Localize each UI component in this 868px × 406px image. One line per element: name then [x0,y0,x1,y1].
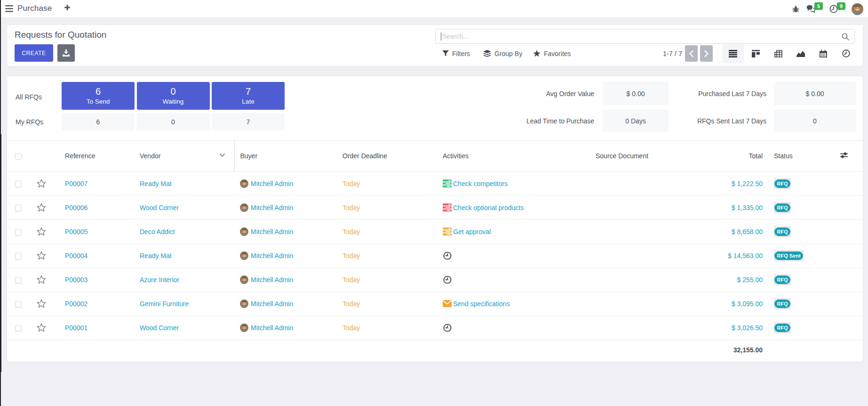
pager-previous-button[interactable] [685,45,698,62]
activity-tasks-icon[interactable] [443,227,452,236]
cell-vendor[interactable]: Ready Mat [134,171,234,195]
cell-status[interactable]: RFQ [768,292,835,316]
column-header-buyer[interactable]: Buyer [234,141,337,171]
cell-activities[interactable]: Send specifications [437,292,590,316]
cell-vendor[interactable]: Wood Corner [134,316,234,340]
cell-source-document[interactable] [590,171,706,195]
plus-icon[interactable] [64,4,71,11]
cell-source-document[interactable] [590,219,706,244]
app-name[interactable]: Purchase [17,4,52,13]
cell-buyer[interactable]: Mitchell Admin [234,268,337,292]
dash-my-count-late[interactable]: 7 [212,113,285,130]
cell-reference[interactable]: P00007 [59,171,134,195]
row-checkbox[interactable] [15,301,22,308]
table-row[interactable]: P00003 Azure Interior Mitchell Admin Tod… [7,268,863,292]
calendar-view-button[interactable] [812,44,834,63]
activity-tasks-icon[interactable] [443,203,452,212]
cell-order-deadline[interactable]: Today [337,244,437,268]
debug-bug-icon[interactable] [792,5,799,13]
cell-activities[interactable] [437,316,590,340]
dash-card-waiting[interactable]: 0 Waiting [137,82,210,110]
cell-vendor[interactable]: Deco Addict [134,219,234,244]
export-button[interactable] [57,44,75,62]
favorite-star-icon[interactable] [37,323,46,332]
dash-card-to-send[interactable]: 6 To Send [62,82,135,110]
column-header-source-document[interactable]: Source Document [590,141,706,171]
cell-source-document[interactable] [590,268,706,292]
cell-reference[interactable]: P00001 [59,316,134,340]
favorite-star-icon[interactable] [37,251,46,260]
cell-buyer[interactable]: Mitchell Admin [234,292,337,316]
dash-my-count-waiting[interactable]: 0 [137,113,210,130]
cell-status[interactable]: RFQ [768,316,835,340]
activity-clock-icon[interactable] [443,275,452,284]
row-checkbox[interactable] [15,205,22,211]
cell-activities[interactable] [437,244,590,268]
column-header-reference[interactable]: Reference [59,141,134,171]
cell-total[interactable]: $ 1,335.00 [706,195,768,219]
cell-buyer[interactable]: Mitchell Admin [234,195,337,219]
cell-reference[interactable]: P00006 [59,195,134,219]
column-header-activities[interactable]: Activities [437,141,590,171]
list-view-button[interactable] [722,44,744,63]
cell-buyer[interactable]: Mitchell Admin [234,316,337,340]
cell-order-deadline[interactable]: Today [337,171,437,195]
table-row[interactable]: P00001 Wood Corner Mitchell Admin Today … [7,316,863,340]
cell-total[interactable]: $ 3,026.50 [706,316,768,340]
cell-total[interactable]: $ 255.00 [706,268,768,292]
cell-activities[interactable]: Check optional products [437,195,590,219]
activity-summary[interactable]: Check competitors [453,180,508,187]
cell-source-document[interactable] [590,316,706,340]
search-input[interactable]: Search... [435,29,855,44]
activity-envelope-icon[interactable] [443,299,452,308]
cell-buyer[interactable]: Mitchell Admin [234,171,337,195]
cell-reference[interactable]: P00002 [59,292,134,316]
favorite-star-icon[interactable] [37,203,46,212]
activity-view-button[interactable] [835,44,857,63]
favorite-star-icon[interactable] [37,275,46,284]
cell-order-deadline[interactable]: Today [337,219,437,244]
cell-buyer[interactable]: Mitchell Admin [234,244,337,268]
row-checkbox[interactable] [15,325,22,332]
cell-status[interactable]: RFQ [768,219,835,244]
activity-tasks-icon[interactable] [443,179,452,188]
cell-source-document[interactable] [590,195,706,219]
activity-summary[interactable]: Send specifications [453,300,510,308]
pager-next-button[interactable] [700,45,713,62]
column-header-total[interactable]: Total [706,141,768,171]
activity-clock-icon[interactable] [443,323,452,332]
cell-order-deadline[interactable]: Today [337,268,437,292]
cell-status[interactable]: RFQ [768,195,835,219]
user-avatar[interactable] [852,3,863,15]
cell-source-document[interactable] [590,292,706,316]
cell-status[interactable]: RFQ [768,268,835,292]
cell-reference[interactable]: P00004 [59,244,134,268]
search-icon[interactable] [842,33,849,41]
column-header-order-deadline[interactable]: Order Deadline [337,141,437,171]
cell-order-deadline[interactable]: Today [337,316,437,340]
pivot-view-button[interactable] [767,44,789,63]
activity-clock-icon[interactable] [443,251,452,260]
cell-status[interactable]: RFQ Sent [768,244,835,268]
cell-activities[interactable]: Get approval [437,219,590,244]
favorites-menu[interactable]: Favorites [533,45,571,62]
table-row[interactable]: P00002 Gemini Furniture Mitchell Admin T… [7,292,863,316]
apps-menu-icon[interactable] [5,5,13,12]
cell-vendor[interactable]: Ready Mat [134,244,234,268]
cell-buyer[interactable]: Mitchell Admin [234,219,337,244]
graph-view-button[interactable] [790,44,812,63]
favorite-star-icon[interactable] [37,299,46,308]
cell-total[interactable]: $ 3,095.00 [706,292,768,316]
cell-order-deadline[interactable]: Today [337,195,437,219]
favorite-star-icon[interactable] [37,227,46,236]
row-checkbox[interactable] [15,181,22,187]
cell-activities[interactable]: Check competitors [437,171,590,195]
cell-reference[interactable]: P00005 [59,219,134,244]
row-checkbox[interactable] [15,229,22,235]
table-row[interactable]: P00004 Ready Mat Mitchell Admin Today $ … [7,244,863,268]
cell-vendor[interactable]: Wood Corner [134,195,234,219]
column-header-status[interactable]: Status [768,141,835,171]
activity-summary[interactable]: Check optional products [453,204,524,211]
table-row[interactable]: P00006 Wood Corner Mitchell Admin Today … [7,195,863,219]
cell-vendor[interactable]: Gemini Furniture [134,292,234,316]
